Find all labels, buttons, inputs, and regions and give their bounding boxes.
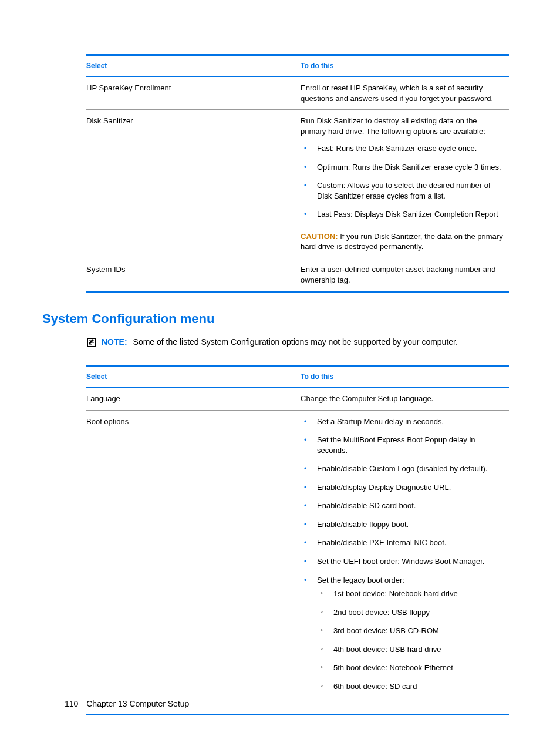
system-config-table: Select To do this Language Change the Co…	[86, 365, 509, 715]
cell-select: Language	[86, 387, 301, 410]
security-options-table: Select To do this HP SpareKey Enrollment…	[86, 54, 509, 293]
page-footer: 110 Chapter 13 Computer Setup	[65, 699, 189, 708]
cell-select: Disk Sanitizer	[86, 110, 301, 258]
list-item: 6th boot device: SD card	[317, 681, 504, 700]
sanitizer-options-list: Fast: Runs the Disk Sanitizer erase cycl…	[301, 143, 504, 228]
list-item: Enable/disable floppy boot.	[301, 519, 504, 538]
cell-desc: Set a Startup Menu delay in seconds. Set…	[301, 410, 509, 715]
table-header-todo: To do this	[301, 366, 509, 388]
list-item-text: Set the legacy boot order:	[317, 576, 404, 584]
caution-label: CAUTION:	[301, 232, 338, 241]
table-header-todo: To do this	[301, 55, 509, 77]
legacy-boot-order-list: 1st boot device: Notebook hard drive 2nd…	[317, 589, 504, 700]
chapter-label: Chapter 13 Computer Setup	[86, 699, 189, 708]
table-header-select: Select	[86, 366, 301, 388]
list-item: 1st boot device: Notebook hard drive	[317, 589, 504, 607]
list-item: 5th boot device: Notebook Ethernet	[317, 663, 504, 681]
note-text: Some of the listed System Configuration …	[133, 337, 458, 347]
list-item: Set a Startup Menu delay in seconds.	[301, 416, 504, 435]
table-header-select: Select	[86, 55, 301, 77]
list-item: Fast: Runs the Disk Sanitizer erase cycl…	[301, 143, 504, 162]
table-row: Language Change the Computer Setup langu…	[86, 387, 509, 410]
cell-select: HP SpareKey Enrollment	[86, 76, 301, 110]
cell-select: System IDs	[86, 258, 301, 292]
list-item: Enable/display Display Diagnostic URL.	[301, 482, 504, 501]
list-item: Set the legacy boot order: 1st boot devi…	[301, 575, 504, 708]
cell-desc: Enroll or reset HP SpareKey, which is a …	[301, 76, 509, 110]
list-item: Custom: Allows you to select the desired…	[301, 180, 504, 209]
table-row: Disk Sanitizer Run Disk Sanitizer to des…	[86, 110, 509, 258]
caution-block: CAUTION: If you run Disk Sanitizer, the …	[301, 231, 504, 252]
list-item: Enable/disable SD card boot.	[301, 500, 504, 519]
table-row: System IDs Enter a user-defined computer…	[86, 258, 509, 292]
note-label: NOTE:	[102, 337, 127, 347]
cell-desc: Change the Computer Setup language.	[301, 387, 509, 410]
list-item: Enable/disable PXE Internal NIC boot.	[301, 537, 504, 556]
boot-options-list: Set a Startup Menu delay in seconds. Set…	[301, 416, 504, 708]
cell-desc: Run Disk Sanitizer to destroy all existi…	[301, 110, 509, 258]
list-item: 4th boot device: USB hard drive	[317, 644, 504, 663]
table-row: HP SpareKey Enrollment Enroll or reset H…	[86, 76, 509, 110]
table-row: Boot options Set a Startup Menu delay in…	[86, 410, 509, 715]
list-item: Set the MultiBoot Express Boot Popup del…	[301, 435, 504, 463]
list-item: 2nd boot device: USB floppy	[317, 607, 504, 626]
note-icon	[86, 337, 97, 348]
note-block: NOTE: Some of the listed System Configur…	[86, 335, 509, 354]
section-heading: System Configuration menu	[42, 311, 507, 327]
desc-text: Run Disk Sanitizer to destroy all existi…	[301, 116, 485, 136]
list-item: 3rd boot device: USB CD-ROM	[317, 626, 504, 644]
cell-select: Boot options	[86, 410, 301, 715]
list-item: Optimum: Runs the Disk Sanitizer erase c…	[301, 162, 504, 181]
list-item: Enable/disable Custom Logo (disabled by …	[301, 463, 504, 482]
page-number: 110	[65, 699, 78, 708]
list-item: Set the UEFI boot order: Windows Boot Ma…	[301, 556, 504, 575]
list-item: Last Pass: Displays Disk Sanitizer Compl…	[301, 209, 504, 228]
cell-desc: Enter a user-defined computer asset trac…	[301, 258, 509, 292]
